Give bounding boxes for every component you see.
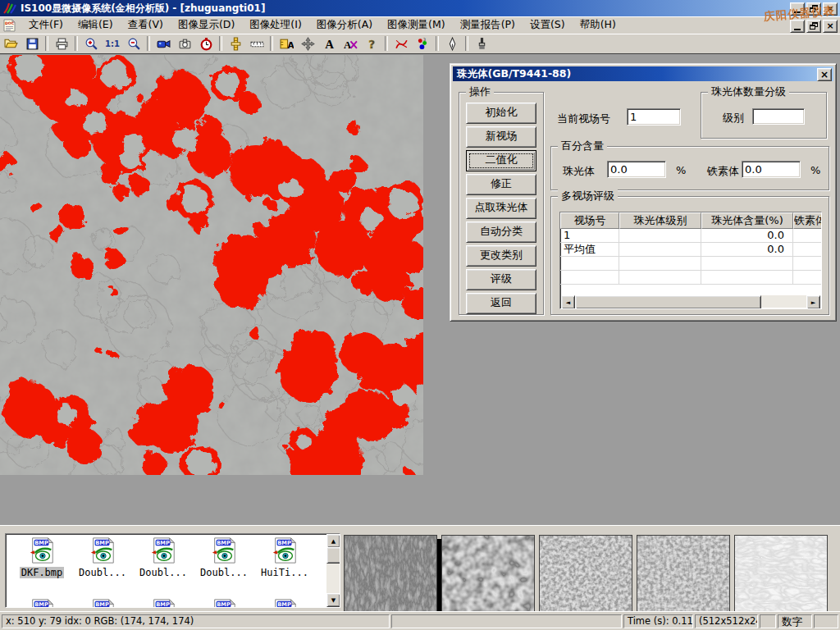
current-field-input[interactable]: [627, 108, 681, 126]
file-name[interactable]: Doubl...: [138, 567, 189, 578]
level-input[interactable]: [752, 108, 805, 125]
open-file-button[interactable]: [1, 35, 21, 52]
scroll-left-icon[interactable]: ◄: [561, 295, 575, 309]
help-button[interactable]: ?: [362, 35, 381, 52]
rating-table[interactable]: 视场号 珠光体级别 珠光体含量(%) 铁素体含量(%) 1 0.0 平均值: [559, 212, 822, 309]
menu-settings[interactable]: 设置(S): [523, 16, 573, 34]
document-icon[interactable]: DOC: [3, 19, 16, 32]
file-name[interactable]: DKF.bmp: [20, 567, 65, 578]
cell-grade: [619, 229, 701, 242]
save-button[interactable]: [22, 35, 42, 52]
table-horizontal-scrollbar[interactable]: ◄ ►: [561, 295, 820, 308]
operations-group: 操作 初始化 新视场 二值化 修正 点取珠光体 自动分类 更改类别 评级 返回: [459, 92, 544, 315]
menu-image-measure[interactable]: 图像测量(M): [380, 16, 453, 34]
count-points-icon: 3: [416, 37, 430, 51]
cell-content: 0.0: [701, 243, 793, 256]
move-tool-button[interactable]: [298, 35, 317, 52]
file-item[interactable]: [73, 598, 132, 608]
actual-size-button[interactable]: 1:1: [103, 35, 122, 52]
header-ferrite-content[interactable]: 铁素体含量(%): [793, 212, 822, 229]
table-row-empty: [560, 271, 821, 285]
thumbnail-4[interactable]: [637, 535, 730, 613]
specimen-image[interactable]: [0, 55, 423, 475]
header-field-no[interactable]: 视场号: [560, 212, 619, 229]
return-button[interactable]: 返回: [466, 293, 536, 314]
measure-label-icon: A: [280, 37, 294, 51]
pick-pearlite-button[interactable]: 点取珠光体: [466, 198, 536, 219]
print-button[interactable]: [52, 35, 71, 52]
thumbnail-1[interactable]: [344, 535, 437, 613]
thumbnail-5[interactable]: [734, 535, 828, 613]
status-position: x: 510 y: 79 idx: 0 RGB: (174, 174, 174): [2, 614, 390, 628]
thumbnail-2[interactable]: [441, 535, 535, 613]
header-pearlite-grade[interactable]: 珠光体级别: [619, 212, 701, 229]
menu-image-display[interactable]: 图像显示(D): [171, 16, 242, 34]
correct-button[interactable]: 修正: [466, 174, 536, 195]
curve-tool-button[interactable]: [391, 35, 411, 52]
menu-file[interactable]: 文件(F): [21, 16, 71, 34]
rate-button[interactable]: 评级: [466, 269, 536, 290]
menu-image-processing[interactable]: 图像处理(I): [242, 16, 308, 34]
menu-edit[interactable]: 编辑(E): [71, 16, 121, 34]
file-name[interactable]: HuiTi...: [259, 567, 310, 578]
toolbar-separator: [45, 36, 48, 51]
count-points-button[interactable]: 3: [413, 35, 432, 52]
table-row[interactable]: 平均值 0.0: [560, 243, 821, 257]
file-item[interactable]: HuiTi...: [255, 536, 314, 578]
mdi-close-button[interactable]: ×: [823, 20, 838, 33]
file-item[interactable]: Doubl...: [194, 536, 253, 578]
file-item[interactable]: Doubl...: [134, 536, 193, 578]
menu-measure-report[interactable]: 测量报告(P): [453, 16, 523, 34]
camera-capture-button[interactable]: [175, 35, 194, 52]
svg-text:DOC: DOC: [5, 21, 15, 25]
file-name[interactable]: Doubl...: [77, 567, 128, 578]
zoom-out-button[interactable]: [124, 35, 144, 52]
file-item[interactable]: [134, 598, 193, 608]
header-pearlite-content[interactable]: 珠光体含量(%): [701, 212, 793, 229]
menu-image-analysis[interactable]: 图像分析(A): [309, 16, 380, 34]
video-capture-button[interactable]: [153, 35, 173, 52]
dialog-title-bar[interactable]: 珠光体(GB/T9441-88) ×: [453, 66, 833, 81]
scrollbar-thumb[interactable]: [326, 547, 340, 564]
scrollbar-thumb[interactable]: [575, 295, 761, 309]
file-item[interactable]: Doubl...: [73, 536, 132, 578]
change-class-button[interactable]: 更改类别: [466, 245, 536, 267]
scroll-down-icon[interactable]: ▼: [326, 593, 340, 607]
ferrite-percent-input[interactable]: [742, 161, 801, 178]
table-row[interactable]: 1 0.0: [560, 229, 821, 243]
toolbar-separator: [270, 36, 273, 51]
close-icon: ×: [820, 69, 829, 80]
pearlite-percent-input[interactable]: [607, 161, 666, 178]
binarize-button[interactable]: 二值化: [466, 150, 536, 171]
menu-view[interactable]: 查看(V): [121, 16, 171, 34]
file-item[interactable]: [12, 598, 71, 608]
dialog-close-button[interactable]: ×: [817, 68, 832, 81]
ferrite-label: 铁素体: [707, 164, 739, 179]
measure-label-button[interactable]: A: [276, 35, 296, 52]
scroll-right-icon[interactable]: ►: [806, 295, 820, 309]
auto-classify-button[interactable]: 自动分类: [466, 221, 536, 243]
file-listbox[interactable]: DKF.bmp Doubl... Doubl... Doubl... HuiTi…: [5, 533, 340, 608]
file-item[interactable]: DKF.bmp: [12, 536, 71, 578]
file-list-scrollbar[interactable]: ▲ ▼: [326, 534, 340, 607]
file-item[interactable]: [255, 598, 314, 608]
zoom-in-button[interactable]: [81, 35, 101, 52]
scroll-up-icon[interactable]: ▲: [326, 534, 340, 548]
cell-ferrite: [793, 229, 822, 242]
stopwatch-icon: [199, 37, 213, 51]
brush-tool-button[interactable]: [472, 35, 491, 52]
ruler-button[interactable]: [247, 35, 267, 52]
pen-tool-button[interactable]: [442, 35, 462, 52]
status-bar: x: 510 y: 79 idx: 0 RGB: (174, 174, 174)…: [0, 611, 840, 630]
delete-text-button[interactable]: A: [340, 35, 360, 52]
menu-help[interactable]: 帮助(H): [573, 16, 623, 34]
file-item[interactable]: [194, 598, 253, 608]
file-name[interactable]: Doubl...: [199, 567, 249, 578]
new-field-button[interactable]: 新视场: [466, 126, 536, 148]
timer-button[interactable]: [196, 35, 216, 52]
init-button[interactable]: 初始化: [466, 103, 536, 124]
caliper-button[interactable]: [226, 35, 245, 52]
mdi-restore-button[interactable]: [806, 20, 821, 33]
thumbnail-3[interactable]: [539, 535, 632, 613]
text-tool-button[interactable]: A: [319, 35, 339, 52]
